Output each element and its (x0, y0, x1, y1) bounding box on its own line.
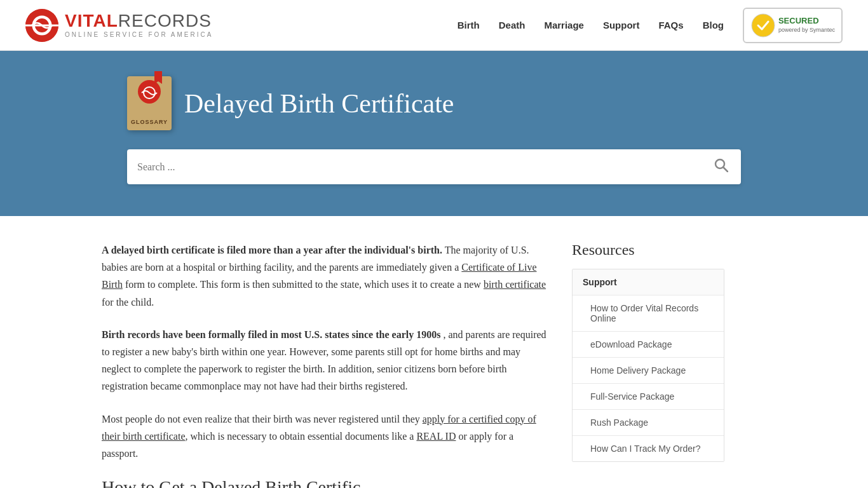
norton-badge: SECURED powered by Symantec (743, 8, 843, 43)
nav-birth[interactable]: Birth (458, 20, 480, 30)
nav-support[interactable]: Support (603, 20, 640, 30)
section-heading: How to Get a Delayed Birth Certific... (102, 477, 546, 488)
svg-point-1 (33, 17, 51, 34)
svg-point-0 (25, 9, 58, 42)
article-body: A delayed birth certificate is filed mor… (102, 241, 546, 488)
nav-blog[interactable]: Blog (703, 20, 724, 30)
hero-title-row: GLOSSARY Delayed Birth Certificate (127, 76, 454, 130)
svg-line-6 (724, 168, 728, 172)
sidebar-menu: Support How to Order Vital Records Onlin… (572, 269, 724, 462)
search-button[interactable] (712, 156, 731, 178)
search-box (127, 149, 741, 184)
main-nav: Birth Death Marriage Support FAQs Blog S… (458, 8, 843, 43)
sidebar-item-full-service[interactable]: Full-Service Package (573, 384, 724, 410)
logo-vital: VITAL (65, 11, 118, 30)
logo-tagline: ONLINE SERVICE FOR AMERICA (65, 31, 213, 38)
logo-text: VITALRECORDS ONLINE SERVICE FOR AMERICA (65, 12, 213, 38)
site-header: VITALRECORDS ONLINE SERVICE FOR AMERICA … (0, 0, 868, 51)
sidebar-title: Resources (572, 241, 724, 259)
page-title: Delayed Birth Certificate (184, 88, 454, 119)
norton-symantec: powered by Symantec (778, 27, 835, 34)
logo-records: RECORDS (118, 11, 212, 30)
logo-icon (25, 9, 58, 42)
norton-secured: SECURED (778, 16, 835, 27)
sidebar-item-rush[interactable]: Rush Package (573, 410, 724, 436)
sidebar-item-track-order[interactable]: How Can I Track My Order? (573, 436, 724, 461)
sidebar-item-how-to-order[interactable]: How to Order Vital Records Online (573, 295, 724, 332)
nav-marriage[interactable]: Marriage (544, 20, 584, 30)
link-certificate-live-birth[interactable]: Certificate of Live Birth (102, 262, 537, 290)
glossary-label: GLOSSARY (131, 119, 168, 125)
glossary-book-icon: GLOSSARY (127, 76, 172, 130)
para2-bold: Birth records have been formally filed i… (102, 329, 440, 340)
link-apply-copy[interactable]: apply for a certified copy of their birt… (102, 414, 536, 442)
norton-text: SECURED powered by Symantec (778, 16, 835, 34)
para1-bold: A delayed birth certificate is filed mor… (102, 245, 442, 255)
search-input[interactable] (137, 161, 712, 173)
link-real-id[interactable]: REAL ID (416, 431, 456, 442)
main-content: A delayed birth certificate is filed mor… (0, 216, 868, 488)
hero-banner: GLOSSARY Delayed Birth Certificate (0, 51, 868, 216)
svg-point-2 (752, 14, 775, 37)
sidebar-item-edownload[interactable]: eDownload Package (573, 332, 724, 358)
article-para-2: Birth records have been formally filed i… (102, 326, 546, 395)
sidebar: Resources Support How to Order Vital Rec… (572, 241, 724, 488)
nav-faqs[interactable]: FAQs (658, 20, 683, 30)
link-birth-certificate[interactable]: birth certificate (484, 279, 546, 290)
logo[interactable]: VITALRECORDS ONLINE SERVICE FOR AMERICA (25, 9, 213, 42)
article-para-3: Most people do not even realize that the… (102, 410, 546, 463)
sidebar-item-home-delivery[interactable]: Home Delivery Package (573, 358, 724, 384)
article-para-1: A delayed birth certificate is filed mor… (102, 241, 546, 311)
nav-death[interactable]: Death (499, 20, 526, 30)
sidebar-item-support[interactable]: Support (573, 269, 724, 295)
